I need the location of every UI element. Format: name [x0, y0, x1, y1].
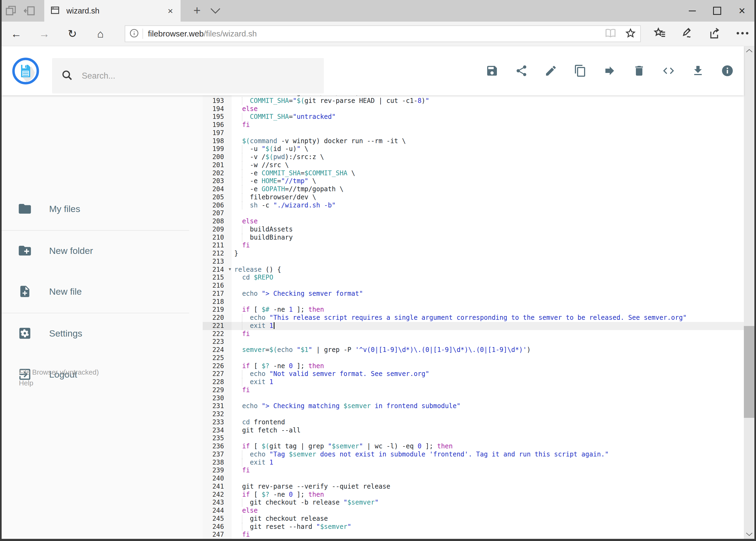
code-line[interactable]: 204 -e GOPATH=//tmp/gopath \: [203, 185, 744, 194]
sidebar-item-new-folder[interactable]: New folder: [2, 236, 203, 266]
settings-ellipsis-icon[interactable]: [736, 31, 749, 36]
code-line[interactable]: 207: [203, 209, 744, 218]
sidebar-item-settings[interactable]: Settings: [2, 318, 203, 348]
close-button[interactable]: ×: [730, 0, 754, 22]
code-line[interactable]: 237 echo "Tag $semver does not exist in …: [203, 450, 744, 459]
tab-close-icon[interactable]: ×: [166, 0, 175, 22]
code-line[interactable]: 234 git fetch --all: [203, 426, 744, 435]
code-line[interactable]: 236 if [ $(git tag | grep "$semver" | wc…: [203, 442, 744, 450]
code-line[interactable]: 232: [203, 410, 744, 418]
code-line[interactable]: 240: [203, 475, 744, 483]
new-tab-button[interactable]: +: [187, 0, 207, 22]
back-icon[interactable]: ←: [8, 28, 25, 40]
share-icon[interactable]: [709, 27, 721, 41]
code-line[interactable]: 199 -u "$(id -u)" \: [203, 145, 744, 153]
code-line[interactable]: 218: [203, 298, 744, 306]
code-line[interactable]: 247 fi: [203, 531, 744, 539]
fold-arrow-icon[interactable]: ▾: [229, 265, 231, 273]
share-file-button[interactable]: [513, 62, 530, 79]
code-line[interactable]: 212}: [203, 250, 744, 258]
code-line[interactable]: 222 fi: [203, 330, 744, 338]
annotate-icon[interactable]: [681, 27, 694, 41]
code-line[interactable]: 201 -w //src \: [203, 161, 744, 169]
move-button[interactable]: [601, 62, 618, 79]
copy-button[interactable]: [572, 62, 589, 79]
code-line[interactable]: 193 COMMIT_SHA="$(git rev-parse HEAD | c…: [203, 97, 744, 105]
code-line[interactable]: 235: [203, 434, 744, 442]
code-line[interactable]: 241 git rev-parse --verify --quiet relea…: [203, 483, 744, 491]
code-line[interactable]: 211 fi: [203, 242, 744, 250]
code-line[interactable]: 203 -e HOME="//tmp" \: [203, 177, 744, 185]
save-button[interactable]: [484, 62, 500, 79]
code-line[interactable]: 223: [203, 338, 744, 346]
browser-tab[interactable]: wizard.sh ×: [44, 0, 180, 22]
code-line[interactable]: 214▾release () {: [203, 266, 744, 274]
code-line[interactable]: 227 echo "Not valid semver format. See s…: [203, 370, 744, 378]
scroll-down-icon[interactable]: [744, 530, 754, 539]
code-editor[interactable]: 192 if command -v git &>/dev/null; then1…: [203, 95, 744, 539]
code-line[interactable]: 239 fi: [203, 466, 744, 475]
download-button[interactable]: [690, 62, 706, 79]
vertical-scrollbar[interactable]: [744, 46, 754, 539]
info-button[interactable]: [719, 62, 736, 79]
code-line[interactable]: 229 fi: [203, 386, 744, 394]
tab-preview-icon[interactable]: [5, 5, 17, 17]
minimize-button[interactable]: [680, 0, 705, 22]
code-line[interactable]: 228 exit 1: [203, 378, 744, 386]
code-line[interactable]: 215 cd $REPO: [203, 273, 744, 282]
help-link[interactable]: Help: [19, 379, 33, 387]
code-line[interactable]: 194 else: [203, 105, 744, 113]
tab-list-chevron-icon[interactable]: [210, 7, 221, 16]
edit-button[interactable]: [543, 62, 559, 79]
code-view-button[interactable]: [660, 62, 677, 79]
code-line[interactable]: 238 exit 1: [203, 459, 744, 467]
code-line[interactable]: 230: [203, 394, 744, 402]
code-line[interactable]: 217 echo "> Checking semver format": [203, 290, 744, 298]
code-line[interactable]: 210 buildBinary: [203, 234, 744, 242]
refresh-icon[interactable]: ↻: [64, 28, 81, 40]
code-line[interactable]: 209 buildAssets: [203, 226, 744, 234]
scrollbar-thumb[interactable]: [744, 326, 754, 418]
code-line[interactable]: 200 -v /$(pwd):/src:z \: [203, 153, 744, 161]
maximize-button[interactable]: [705, 0, 730, 22]
scroll-up-icon[interactable]: [744, 46, 754, 55]
favorite-star-icon[interactable]: [625, 28, 636, 40]
set-tabs-aside-icon[interactable]: [24, 5, 36, 17]
code-line[interactable]: 225: [203, 354, 744, 362]
code-line[interactable]: 208 else: [203, 218, 744, 226]
sidebar-item-new-file[interactable]: New file: [2, 276, 203, 306]
code-line[interactable]: 195 COMMIT_SHA="untracked": [203, 113, 744, 121]
code-line[interactable]: 233 cd frontend: [203, 418, 744, 426]
hub-favorites-icon[interactable]: [654, 27, 666, 41]
file-browser-logo[interactable]: [12, 57, 39, 86]
search-input[interactable]: [81, 71, 271, 81]
url-field[interactable]: filebrowser.web/files/wizard.sh: [125, 25, 641, 42]
site-info-icon[interactable]: [129, 29, 139, 39]
code-line[interactable]: 242 if [ $? -ne 0 ]; then: [203, 491, 744, 499]
sidebar-item-my-files[interactable]: My files: [2, 194, 203, 224]
code-line[interactable]: 216: [203, 282, 744, 290]
code-line-text: [232, 258, 744, 266]
forward-icon[interactable]: →: [36, 28, 53, 40]
code-line[interactable]: 206 sh -c "./wizard.sh -b": [203, 202, 744, 210]
code-line[interactable]: 221 exit 1: [203, 322, 744, 330]
code-line[interactable]: 198 $(command -v winpty) docker run --rm…: [203, 137, 744, 145]
code-line[interactable]: 202 -e COMMIT_SHA=$COMMIT_SHA \: [203, 169, 744, 178]
code-line[interactable]: 197: [203, 129, 744, 137]
code-line[interactable]: 226 if [ $? -ne 0 ]; then: [203, 362, 744, 370]
code-line[interactable]: 244 else: [203, 507, 744, 515]
search-bar[interactable]: [52, 58, 324, 94]
delete-button[interactable]: [631, 62, 647, 79]
code-line[interactable]: 245 git checkout release: [203, 515, 744, 523]
code-line[interactable]: 205 filebrowser/dev \: [203, 194, 744, 202]
code-line[interactable]: 246 git reset --hard "$semver": [203, 523, 744, 531]
code-line[interactable]: 196 fi: [203, 121, 744, 129]
code-line-text: $(command -v winpty) docker run --rm -it…: [232, 137, 744, 145]
code-line[interactable]: 231 echo "> Checking matching $semver in…: [203, 402, 744, 410]
code-line[interactable]: 224 semver=$(echo "$1" | grep -P '^v(0|[…: [203, 346, 744, 354]
code-line[interactable]: 219 if [ $# -ne 1 ]; then: [203, 306, 744, 314]
code-line[interactable]: 220 echo "This release script requires a…: [203, 314, 744, 322]
code-line[interactable]: 213: [203, 258, 744, 266]
home-icon[interactable]: ⌂: [92, 28, 109, 40]
code-line[interactable]: 243 git checkout -b release "$semver": [203, 499, 744, 507]
